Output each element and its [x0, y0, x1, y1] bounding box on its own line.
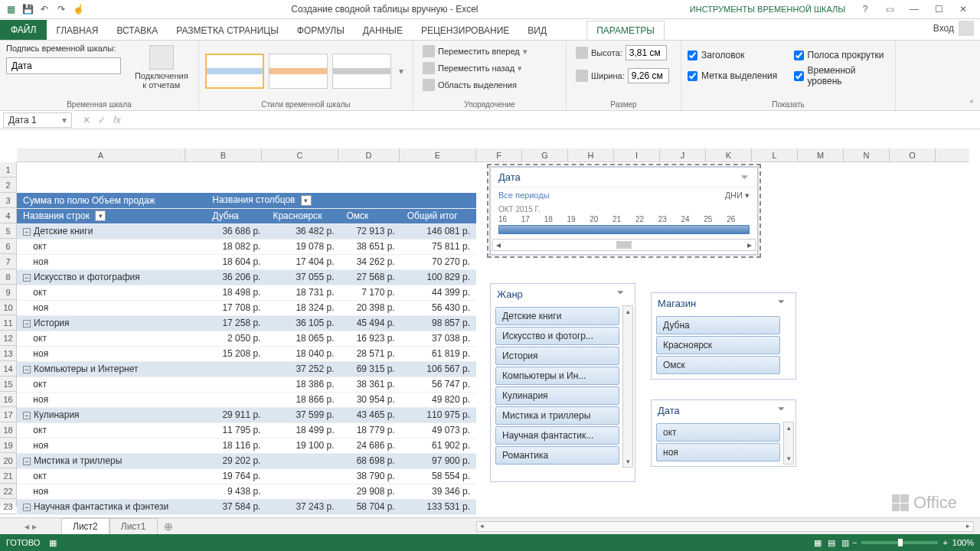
- pivot-row[interactable]: окт: [17, 468, 206, 484]
- zoom-in-icon[interactable]: +: [942, 538, 947, 547]
- pivot-row[interactable]: ноя: [17, 300, 206, 315]
- pivot-row[interactable]: −Научная фантастика и фэнтези: [17, 499, 206, 514]
- row-header[interactable]: 11: [0, 315, 16, 331]
- pivot-col-label[interactable]: Названия столбцов ▾: [206, 193, 476, 208]
- enter-formula-icon[interactable]: ✓: [95, 115, 109, 126]
- slicer-date[interactable]: Дата⏷ ▴▾ октноя: [651, 399, 796, 467]
- pivot-row[interactable]: −Детские книги: [17, 223, 206, 239]
- touch-mode-icon[interactable]: ☝: [70, 2, 86, 17]
- horizontal-scrollbar[interactable]: ◂ ▸: [476, 521, 975, 532]
- chk-header[interactable]: Заголовок: [688, 48, 783, 62]
- scroll-down-icon[interactable]: ▾: [623, 456, 632, 467]
- row-header[interactable]: 23: [0, 499, 16, 514]
- cancel-formula-icon[interactable]: ✕: [80, 115, 93, 126]
- sheet-tab-active[interactable]: Лист2: [61, 518, 109, 534]
- tab-review[interactable]: РЕЦЕНЗИРОВАНИЕ: [412, 21, 518, 40]
- pivot-row[interactable]: окт: [17, 239, 206, 254]
- row-header[interactable]: 21: [0, 468, 16, 484]
- col-header[interactable]: M: [798, 148, 844, 161]
- timeline-level-dropdown[interactable]: ДНИ ▾: [725, 191, 750, 201]
- slicer-store-clear-icon[interactable]: ⏷: [777, 297, 789, 309]
- row-header[interactable]: 12: [0, 331, 16, 346]
- row-header[interactable]: 7: [0, 254, 16, 269]
- pivot-row[interactable]: окт: [17, 377, 206, 392]
- minimize-icon[interactable]: —: [903, 2, 925, 17]
- row-header[interactable]: 2: [0, 178, 16, 193]
- chk-timelevel[interactable]: Временной уровень: [794, 64, 890, 88]
- slicer-genre-scrollbar[interactable]: ▴▾: [622, 305, 633, 468]
- col-header[interactable]: K: [706, 148, 752, 161]
- pivot-row[interactable]: −История: [17, 315, 206, 331]
- pivot-row[interactable]: −Искусство и фотография: [17, 269, 206, 285]
- col-header[interactable]: F: [476, 148, 522, 161]
- scroll-up-icon[interactable]: ▴: [623, 306, 632, 317]
- pivot-row[interactable]: ноя: [17, 392, 206, 407]
- row-header[interactable]: 9: [0, 285, 16, 300]
- timeline-day[interactable]: 23: [658, 215, 681, 223]
- name-box[interactable]: Дата 1▾: [3, 112, 72, 128]
- tab-file[interactable]: ФАЙЛ: [0, 20, 47, 40]
- scroll-up-icon[interactable]: ▴: [784, 422, 793, 433]
- timeline-day[interactable]: 18: [544, 215, 567, 223]
- timeline-slicer[interactable]: Дата ⏷ Все периоды ДНИ ▾ ОКТ 2015 Г. 161…: [490, 167, 758, 255]
- redo-icon[interactable]: ↷: [54, 2, 69, 17]
- slicer-date-clear-icon[interactable]: ⏷: [777, 404, 789, 416]
- row-header[interactable]: 6: [0, 239, 16, 254]
- timeline-clear-icon[interactable]: ⏷: [740, 171, 750, 183]
- col-header[interactable]: C: [262, 148, 338, 161]
- view-normal-icon[interactable]: ▦: [814, 538, 822, 548]
- slicer-item[interactable]: окт: [656, 423, 780, 442]
- zoom-slider[interactable]: [861, 541, 938, 544]
- timeline-scrollbar[interactable]: ◂ ▸: [492, 239, 756, 251]
- tab-page-layout[interactable]: РАЗМЕТКА СТРАНИЦЫ: [167, 21, 288, 40]
- col-header[interactable]: B: [185, 148, 262, 161]
- pivot-table[interactable]: Сумма по полю Объем продажНазвания столб…: [17, 193, 476, 515]
- macro-record-icon[interactable]: ▦: [49, 538, 57, 548]
- slicer-item[interactable]: Детские книги: [495, 307, 619, 325]
- timeline-style-2[interactable]: [269, 54, 328, 89]
- col-header[interactable]: A: [17, 148, 185, 161]
- cells-area[interactable]: Сумма по полю Объем продажНазвания столб…: [17, 162, 969, 507]
- row-header[interactable]: 16: [0, 392, 16, 407]
- slicer-item[interactable]: Научная фантастик...: [495, 426, 619, 445]
- pivot-row[interactable]: −Мистика и триллеры: [17, 453, 206, 468]
- worksheet-grid[interactable]: ABCDEFGHIJKLMNO 123456789101112131415161…: [0, 148, 980, 517]
- slicer-item[interactable]: Мистика и триллеры: [495, 406, 619, 425]
- col-header[interactable]: J: [660, 148, 706, 161]
- row-header[interactable]: 5: [0, 223, 16, 239]
- selection-pane-button[interactable]: Область выделения: [420, 77, 520, 93]
- ribbon-options-icon[interactable]: ▭: [879, 2, 900, 17]
- timeline-day[interactable]: 22: [635, 215, 658, 223]
- timeline-day[interactable]: 20: [590, 215, 612, 223]
- pivot-row[interactable]: −Кулинария: [17, 407, 206, 422]
- tab-home[interactable]: ГЛАВНАЯ: [47, 21, 107, 40]
- row-header[interactable]: 3: [0, 193, 16, 208]
- save-icon[interactable]: 💾: [20, 2, 35, 17]
- col-header[interactable]: O: [890, 148, 936, 161]
- timeline-scroll-left-icon[interactable]: ◂: [493, 240, 504, 250]
- tab-formulas[interactable]: ФОРМУЛЫ: [288, 21, 354, 40]
- timeline-day[interactable]: 24: [681, 215, 704, 223]
- report-connections-button[interactable]: Подключения к отчетам: [130, 44, 193, 91]
- zoom-level[interactable]: 100%: [952, 538, 974, 547]
- row-header[interactable]: 8: [0, 269, 16, 285]
- timeline-caption-input[interactable]: [6, 57, 121, 74]
- col-header[interactable]: I: [614, 148, 660, 161]
- timeline-day[interactable]: 19: [567, 215, 590, 223]
- slicer-item[interactable]: Кулинария: [495, 386, 619, 405]
- slicer-date-scrollbar[interactable]: ▴▾: [783, 422, 794, 465]
- row-header[interactable]: 19: [0, 438, 16, 453]
- slicer-item[interactable]: Искусство и фотогр...: [495, 327, 619, 345]
- timeline-style-3[interactable]: [332, 54, 391, 89]
- slicer-item[interactable]: ноя: [656, 443, 780, 461]
- row-header[interactable]: 15: [0, 377, 16, 392]
- row-header[interactable]: 10: [0, 300, 16, 315]
- timeline-style-1[interactable]: [205, 54, 264, 89]
- pivot-row[interactable]: ноя: [17, 346, 206, 361]
- pivot-row[interactable]: ноя: [17, 254, 206, 269]
- row-header[interactable]: 13: [0, 346, 16, 361]
- pivot-row[interactable]: −Компьютеры и Интернет: [17, 361, 206, 377]
- tab-options[interactable]: ПАРАМЕТРЫ: [586, 21, 665, 40]
- timeline-day[interactable]: 17: [521, 215, 544, 223]
- styles-more-icon[interactable]: ▾: [396, 66, 407, 77]
